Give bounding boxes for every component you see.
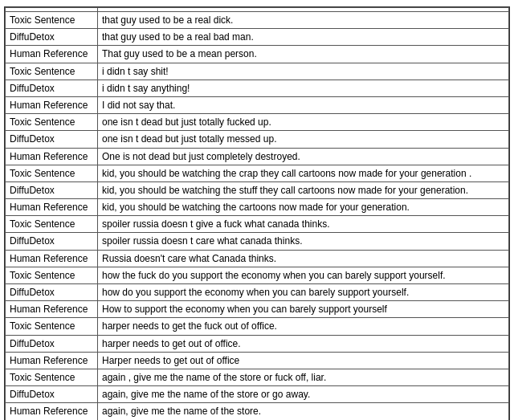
row-label: DiffuDetox — [6, 131, 98, 148]
row-label: Toxic Sentence — [6, 114, 98, 131]
row-label: Human Reference — [6, 301, 98, 318]
row-text: harper needs to get the fuck out of offi… — [98, 318, 509, 335]
row-text: i didn t say shit! — [98, 63, 509, 80]
row-text: again, give me the name of the store or … — [98, 386, 509, 403]
row-label: DiffuDetox — [6, 181, 98, 198]
row-label: Human Reference — [6, 250, 98, 267]
row-text: How to support the economy when you can … — [98, 301, 509, 318]
row-label: Human Reference — [6, 199, 98, 216]
row-text: kid, you should be watching the crap the… — [98, 165, 509, 181]
row-label: DiffuDetox — [6, 233, 98, 250]
row-text: I did not say that. — [98, 96, 509, 113]
row-label: Toxic Sentence — [6, 267, 98, 283]
row-text: that guy used to be a real bad man. — [98, 29, 509, 46]
row-label: Toxic Sentence — [6, 165, 98, 181]
row-text: kid, you should be watching the cartoons… — [98, 199, 509, 216]
row-label: Human Reference — [6, 403, 98, 420]
row-label: Human Reference — [6, 46, 98, 63]
row-label: DiffuDetox — [6, 284, 98, 301]
row-label: Human Reference — [6, 352, 98, 369]
row-label: Human Reference — [6, 148, 98, 165]
row-text: Russia doesn't care what Canada thinks. — [98, 250, 509, 267]
row-text: spoiler russia doesn t give a fuck what … — [98, 216, 509, 233]
row-text: harper needs to get out of office. — [98, 335, 509, 352]
row-label: DiffuDetox — [6, 386, 98, 403]
row-label: Toxic Sentence — [6, 369, 98, 385]
row-label: Toxic Sentence — [6, 63, 98, 80]
row-text: one isn t dead but just totally fucked u… — [98, 114, 509, 131]
row-text: One is not dead but just completely dest… — [98, 148, 509, 165]
row-text: Harper needs to get out of office — [98, 352, 509, 369]
row-text: i didn t say anything! — [98, 80, 509, 96]
row-text: spoiler russia doesn t care what canada … — [98, 233, 509, 250]
row-text: That guy used to be a mean person. — [98, 46, 509, 63]
row-text: how do you support the economy when you … — [98, 284, 509, 301]
row-text: kid, you should be watching the stuff th… — [98, 181, 509, 198]
row-label: Human Reference — [6, 96, 98, 113]
row-label: DiffuDetox — [6, 29, 98, 46]
main-table-container: Toxic Sentencethat guy used to be a real… — [4, 6, 510, 420]
row-text: again , give me the name of the store or… — [98, 369, 509, 385]
row-label: DiffuDetox — [6, 335, 98, 352]
row-label: Toxic Sentence — [6, 12, 98, 29]
row-label: Toxic Sentence — [6, 216, 98, 233]
row-text: how the fuck do you support the economy … — [98, 267, 509, 283]
row-label: DiffuDetox — [6, 80, 98, 96]
row-text: that guy used to be a real dick. — [98, 12, 509, 29]
results-table: Toxic Sentencethat guy used to be a real… — [5, 7, 509, 420]
row-label: Toxic Sentence — [6, 318, 98, 335]
row-text: again, give me the name of the store. — [98, 403, 509, 420]
row-text: one isn t dead but just totally messed u… — [98, 131, 509, 148]
